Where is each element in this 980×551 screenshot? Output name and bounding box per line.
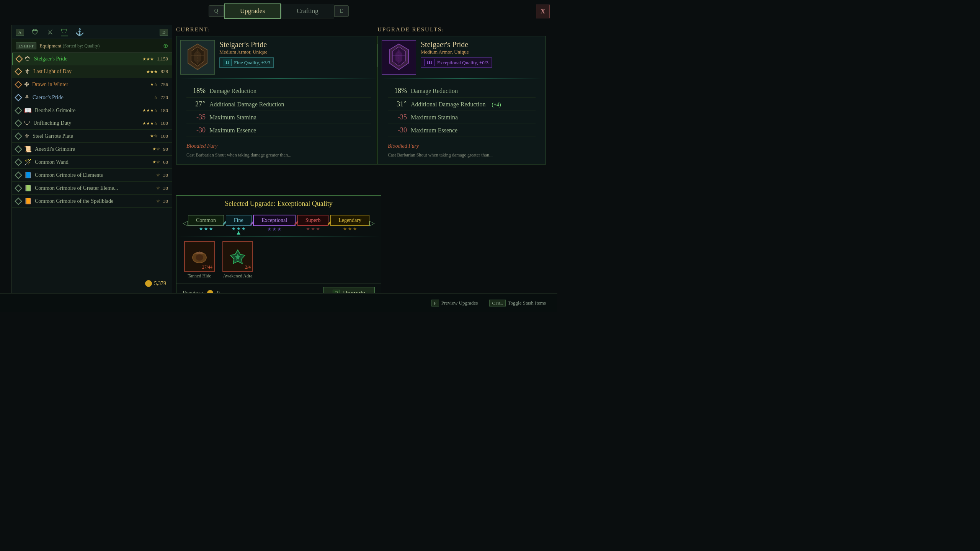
item-list: ⛑Stelgaer's Pride ★★★1,150🗡Last Light of… <box>12 53 172 293</box>
item-name-label: Common Wand <box>35 159 149 165</box>
item-value-label: 180 <box>161 108 168 114</box>
list-item[interactable]: 🗡Last Light of Day ★★★828 <box>12 65 172 78</box>
star-2 <box>204 227 208 231</box>
accessories-icon[interactable]: ⚓ <box>75 28 84 36</box>
item-value-label: 30 <box>163 185 168 191</box>
common-node-box[interactable]: Common <box>188 215 224 226</box>
list-item[interactable]: 📜Anextli's Grimoire ★☆90 <box>12 143 172 156</box>
upgrade-result-thumbnail <box>382 40 416 75</box>
list-item[interactable]: 🛡Unflinching Duty ★★★☆180 <box>12 117 172 130</box>
item-diamond-icon <box>15 171 22 179</box>
equipment-list-panel: A ⛑ ⚔ 🛡 ⚓ D LSHIFT Equipment (Sorted by:… <box>11 25 172 301</box>
item-type-icon: ✤ <box>24 81 29 88</box>
stat-label: Additional Damage Reduction <box>411 101 486 108</box>
item-name-label: Beothel's Grimoire <box>35 108 139 114</box>
list-item[interactable]: ⛑Stelgaer's Pride ★★★1,150 <box>12 53 172 65</box>
item-type-icon: 📘 <box>24 171 32 179</box>
armor-icon[interactable]: 🛡 <box>61 28 68 36</box>
passive-desc: Cast Barbarian Shout when taking damage … <box>180 152 377 160</box>
material-tanned-hide: 27/44 Tanned Hide <box>184 241 215 279</box>
tab-crafting[interactable]: Crafting <box>281 4 334 18</box>
stat-label: Maximum Essence <box>209 127 256 134</box>
current-indicator: ▲ <box>235 229 242 236</box>
item-type-icon: 🛡 <box>24 120 30 127</box>
list-item[interactable]: ✤Drawn in Winter ★☆756 <box>12 78 172 91</box>
current-item-header: Stelgaer's Pride Medium Armor, Unique II… <box>180 40 377 75</box>
item-stars: ★☆ <box>152 160 160 165</box>
item-diamond-icon <box>15 145 22 153</box>
item-value-label: 180 <box>161 120 168 126</box>
materials-row: 27/44 Tanned Hide 2/4 Awakened Adra <box>176 236 381 284</box>
svg-point-6 <box>196 254 203 261</box>
track-left-arrow[interactable]: ◁ <box>183 219 188 227</box>
tanned-hide-count: 27/44 <box>202 264 212 270</box>
upgrade-panel: Selected Upgrade: Exceptional Quality ◁ … <box>176 195 381 293</box>
item-value-label: 100 <box>161 133 168 139</box>
common-stars <box>199 227 213 231</box>
upgrade-quality-tier: III <box>424 59 435 66</box>
quality-node-fine[interactable]: Fine ▲ <box>226 215 252 231</box>
current-label: CURRENT: <box>176 25 381 36</box>
item-value-label: 720 <box>161 95 168 101</box>
upgrade-result-type: Medium Armor, Unique <box>421 49 542 55</box>
top-bar: Q Upgrades Crafting E X <box>0 0 557 22</box>
list-item[interactable]: 📙Common Grimoire of the Spellblade ☆30 <box>12 195 172 208</box>
quality-tier-badge: II <box>223 59 232 66</box>
coin-icon <box>145 280 152 287</box>
quality-node-superb[interactable]: Superb <box>297 215 329 231</box>
passive-name: Bloodied Fury <box>186 143 217 149</box>
exceptional-node-box[interactable]: Exceptional <box>253 215 296 226</box>
stat-label: Maximum Stamina <box>209 114 256 121</box>
quality-node-legendary[interactable]: Legendary <box>330 215 369 231</box>
filter-icon[interactable]: ⊕ <box>163 42 168 49</box>
star-f1 <box>232 227 235 231</box>
list-item[interactable]: 📖Beothel's Grimoire ★★★☆180 <box>12 104 172 117</box>
exceptional-stars <box>268 227 281 231</box>
header-title: Equipment (Sorted by: Quality) <box>39 43 100 49</box>
item-name-label: Steel Garrote Plate <box>33 133 147 139</box>
item-value-label: 60 <box>163 159 168 165</box>
item-diamond-icon <box>15 197 22 205</box>
quality-node-exceptional[interactable]: Exceptional <box>253 215 296 231</box>
list-item[interactable]: 🪄Common Wand ★☆60 <box>12 156 172 169</box>
close-button[interactable]: X <box>536 5 550 18</box>
item-type-icon: 🪄 <box>24 158 32 166</box>
upgrade-passive-name-text: Bloodied Fury <box>388 143 419 149</box>
current-item-type: Medium Armor, Unique <box>219 49 377 55</box>
d-key-badge: D <box>160 29 168 36</box>
item-stars: ★★★ <box>146 69 158 74</box>
stat-row: -30Maximum Essence <box>186 124 371 137</box>
track-right-arrow[interactable]: ▷ <box>369 219 375 227</box>
item-diamond-icon <box>15 158 22 166</box>
list-item[interactable]: ⚜Steel Garrote Plate ★☆100 <box>12 130 172 143</box>
upgrade-result-name: Stelgaer's Pride <box>421 40 542 49</box>
currency-display: 5,379 <box>145 280 167 287</box>
fine-node-box[interactable]: Fine <box>226 215 252 226</box>
star-e2 <box>273 227 276 231</box>
stat-row: 18%Damage Reduction <box>186 85 371 98</box>
upgrade-result-quality-badge: III Exceptional Quality, +0/3 <box>421 57 492 68</box>
helmet-icon[interactable]: ⛑ <box>32 28 39 36</box>
item-diamond-icon <box>15 132 22 140</box>
main-panel: CURRENT: Stelgaer's Pride Medium Armor, … <box>176 25 381 194</box>
list-item[interactable]: 📘Common Grimoire of Elements ☆30 <box>12 169 172 182</box>
item-type-icon: 📖 <box>24 107 32 114</box>
list-item[interactable]: 📗Common Grimoire of Greater Eleme... ☆30 <box>12 182 172 195</box>
item-stars: ☆ <box>154 95 158 100</box>
upgrade-result-card: Stelgaer's Pride Medium Armor, Unique II… <box>377 36 546 165</box>
stat-value: -35 <box>186 113 206 121</box>
stat-value: -35 <box>388 113 407 121</box>
quality-track: ◁ Common Fine ▲ <box>176 212 381 233</box>
current-quality-badge: II Fine Quality, +3/3 <box>219 57 274 68</box>
list-item[interactable]: ⚘Caeroc's Pride ☆720 <box>12 91 172 104</box>
stat-label: Damage Reduction <box>411 88 458 95</box>
item-type-icon: ⚘ <box>24 94 29 101</box>
tab-upgrades[interactable]: Upgrades <box>224 3 281 19</box>
bottom-bar: F Preview Upgrades CTRL Toggle Stash Ite… <box>0 293 557 312</box>
item-value-label: 30 <box>163 198 168 204</box>
legendary-node-box[interactable]: Legendary <box>330 215 369 226</box>
quality-node-common[interactable]: Common <box>188 215 224 231</box>
superb-node-box[interactable]: Superb <box>297 215 329 226</box>
star-l2 <box>348 227 352 231</box>
weapons-icon[interactable]: ⚔ <box>47 28 53 36</box>
